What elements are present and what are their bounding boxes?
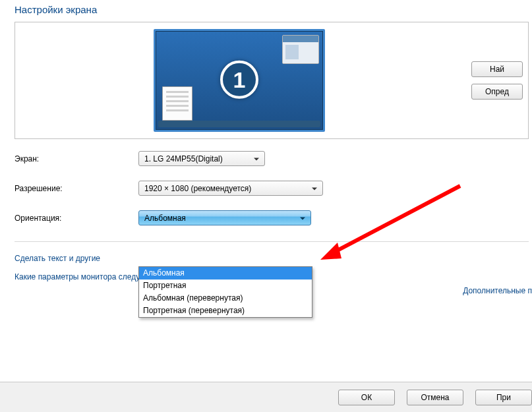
- advanced-settings-link[interactable]: Дополнительные п: [463, 286, 532, 295]
- screen-label: Экран:: [15, 154, 138, 163]
- orientation-label: Ориентация:: [15, 214, 138, 223]
- resolution-combobox[interactable]: 1920 × 1080 (рекомендуется): [138, 181, 323, 196]
- orientation-option[interactable]: Альбомная (перевернутая): [139, 292, 312, 305]
- cancel-button[interactable]: Отмена: [407, 390, 463, 405]
- monitor-number-badge: 1: [220, 61, 258, 99]
- page-title: Настройки экрана: [0, 0, 532, 22]
- orientation-value: Альбомная: [144, 214, 186, 223]
- detect-button[interactable]: Опред: [471, 84, 523, 100]
- orientation-option[interactable]: Портретная (перевернутая): [139, 305, 312, 317]
- screen-value: 1. LG 24MP55(Digital): [144, 154, 223, 163]
- resolution-label: Разрешение:: [15, 184, 138, 193]
- ok-button[interactable]: ОК: [338, 390, 395, 405]
- apply-button[interactable]: При: [475, 390, 532, 405]
- resolution-value: 1920 × 1080 (рекомендуется): [144, 184, 251, 193]
- divider: [15, 241, 529, 242]
- screen-combobox[interactable]: 1. LG 24MP55(Digital): [138, 151, 265, 166]
- settings-form: Экран: 1. LG 24MP55(Digital) Разрешение:…: [0, 151, 532, 225]
- preview-window-icon: [282, 35, 319, 64]
- monitor-thumbnail[interactable]: 1: [154, 29, 325, 132]
- preview-document-icon: [162, 86, 192, 121]
- textsize-link[interactable]: Сделать текст и другие: [15, 254, 100, 263]
- find-button[interactable]: Най: [471, 61, 523, 77]
- orientation-dropdown-list: АльбомнаяПортретнаяАльбомная (перевернут…: [138, 266, 312, 318]
- preview-taskbar-icon: [158, 121, 320, 127]
- orientation-option[interactable]: Альбомная: [139, 267, 312, 280]
- orientation-option[interactable]: Портретная: [139, 280, 312, 292]
- orientation-combobox[interactable]: Альбомная: [138, 210, 311, 225]
- display-preview-frame: 1 Най Опред: [15, 22, 529, 139]
- dialog-footer: ОК Отмена При: [0, 382, 532, 412]
